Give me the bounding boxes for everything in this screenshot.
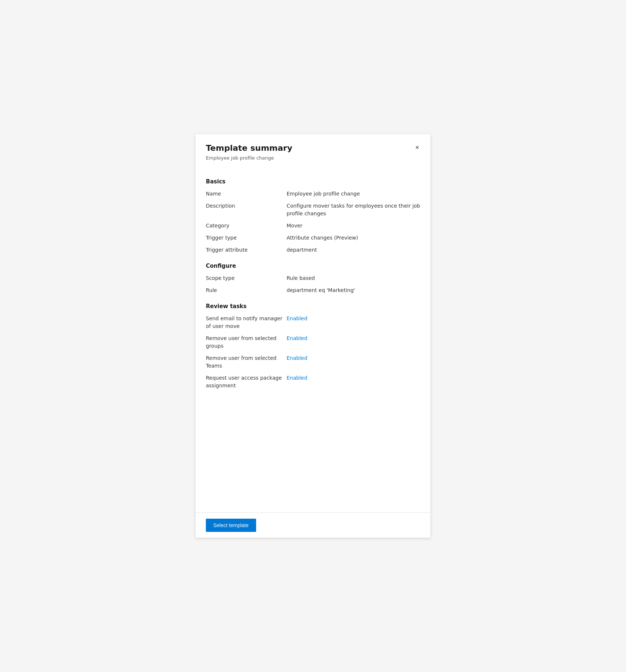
review-tasks-section: Review tasks Send email to notify manage… bbox=[206, 303, 420, 390]
configure-rule-value: department eq 'Marketing' bbox=[287, 286, 420, 294]
task-remove-teams-row: Remove user from selected Teams Enabled bbox=[206, 354, 420, 370]
task-remove-groups-value: Enabled bbox=[287, 335, 420, 342]
task-access-package-row: Request user access package assignment E… bbox=[206, 374, 420, 390]
review-tasks-section-title: Review tasks bbox=[206, 303, 420, 310]
basics-name-label: Name bbox=[206, 190, 287, 198]
panel-footer: Select template bbox=[196, 512, 430, 538]
basics-trigger-attribute-row: Trigger attribute department bbox=[206, 246, 420, 254]
basics-section-title: Basics bbox=[206, 178, 420, 185]
basics-description-value: Configure mover tasks for employees once… bbox=[287, 202, 420, 218]
basics-description-row: Description Configure mover tasks for em… bbox=[206, 202, 420, 218]
basics-trigger-type-label: Trigger type bbox=[206, 234, 287, 242]
configure-rule-label: Rule bbox=[206, 286, 287, 294]
configure-section: Configure Scope type Rule based Rule dep… bbox=[206, 263, 420, 294]
task-send-email-row: Send email to notify manager of user mov… bbox=[206, 315, 420, 330]
basics-trigger-attribute-value: department bbox=[287, 246, 420, 254]
panel-subtitle: Employee job profile change bbox=[206, 155, 420, 161]
select-template-button[interactable]: Select template bbox=[206, 519, 256, 532]
basics-section: Basics Name Employee job profile change … bbox=[206, 178, 420, 254]
task-access-package-label: Request user access package assignment bbox=[206, 374, 287, 390]
task-remove-teams-label: Remove user from selected Teams bbox=[206, 354, 287, 370]
configure-section-title: Configure bbox=[206, 263, 420, 269]
basics-trigger-attribute-label: Trigger attribute bbox=[206, 246, 287, 254]
task-send-email-value: Enabled bbox=[287, 315, 420, 322]
panel-content: Basics Name Employee job profile change … bbox=[196, 167, 430, 512]
configure-scope-type-row: Scope type Rule based bbox=[206, 274, 420, 282]
template-summary-panel: Template summary Employee job profile ch… bbox=[196, 134, 430, 538]
configure-rule-row: Rule department eq 'Marketing' bbox=[206, 286, 420, 294]
task-access-package-value: Enabled bbox=[287, 374, 420, 382]
configure-scope-type-value: Rule based bbox=[287, 274, 420, 282]
task-remove-groups-row: Remove user from selected groups Enabled bbox=[206, 335, 420, 350]
basics-category-value: Mover bbox=[287, 222, 420, 230]
basics-description-label: Description bbox=[206, 202, 287, 210]
close-button[interactable]: × bbox=[411, 142, 423, 153]
panel-title: Template summary bbox=[206, 143, 420, 154]
task-remove-teams-value: Enabled bbox=[287, 354, 420, 362]
basics-category-label: Category bbox=[206, 222, 287, 230]
basics-name-row: Name Employee job profile change bbox=[206, 190, 420, 198]
basics-trigger-type-row: Trigger type Attribute changes (Preview) bbox=[206, 234, 420, 242]
task-remove-groups-label: Remove user from selected groups bbox=[206, 335, 287, 350]
task-send-email-label: Send email to notify manager of user mov… bbox=[206, 315, 287, 330]
panel-header: Template summary Employee job profile ch… bbox=[196, 134, 430, 167]
configure-scope-type-label: Scope type bbox=[206, 274, 287, 282]
basics-trigger-type-value: Attribute changes (Preview) bbox=[287, 234, 420, 242]
basics-category-row: Category Mover bbox=[206, 222, 420, 230]
basics-name-value: Employee job profile change bbox=[287, 190, 420, 198]
